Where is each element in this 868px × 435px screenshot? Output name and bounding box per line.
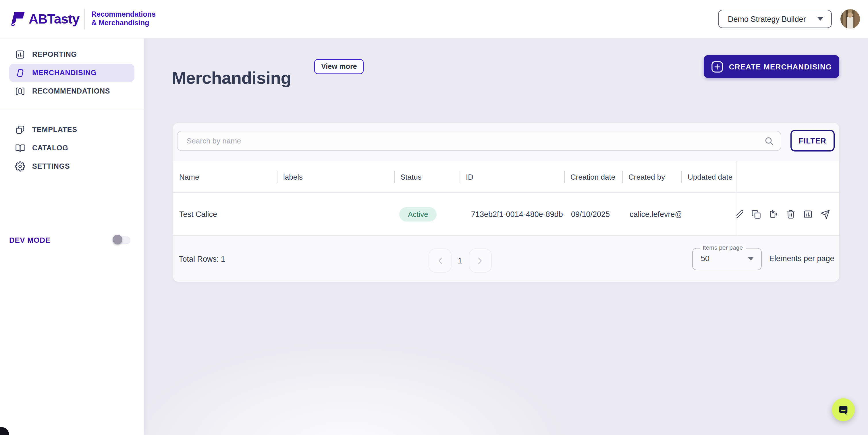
delete-icon[interactable]	[783, 207, 797, 221]
column-header-labels: labels	[277, 161, 394, 192]
items-per-page-label: Items per page	[700, 244, 746, 251]
logo-divider	[85, 9, 85, 29]
toggle-knob	[113, 235, 122, 244]
chevron-down-icon	[817, 17, 823, 21]
cell-id: 713eb2f1-0014-480e-89db-83	[460, 193, 564, 235]
user-avatar[interactable]	[840, 9, 860, 29]
dev-mode-row: DEV MODE	[0, 231, 144, 249]
sidebar-item-settings[interactable]: SETTINGS	[0, 157, 144, 176]
edit-icon[interactable]	[736, 207, 746, 221]
current-page-number: 1	[458, 256, 462, 265]
workspace-selector[interactable]: Demo Strategy Builder	[718, 10, 832, 28]
abtasty-logo: ABTasty Recommendations & Merchandising	[9, 9, 156, 29]
chevron-right-icon	[477, 257, 483, 264]
templates-icon	[15, 125, 25, 135]
sidebar-item-merchandising[interactable]: MERCHANDISING	[9, 64, 134, 82]
elements-per-page-label: Elements per page	[769, 254, 834, 263]
dev-mode-toggle[interactable]	[113, 236, 130, 244]
column-header-creation-date: Creation date	[564, 161, 622, 192]
cell-updated-date	[681, 193, 736, 235]
sidebar-item-catalog[interactable]: CATALOG	[0, 139, 144, 157]
status-badge: Active	[399, 207, 437, 221]
view-more-button[interactable]: View more	[314, 59, 364, 74]
report-icon[interactable]	[801, 207, 814, 221]
logo-wordmark: ABTasty	[29, 11, 79, 27]
column-header-id: ID	[460, 161, 564, 192]
settings-gear-icon	[15, 161, 25, 172]
chat-bubble-icon	[837, 403, 849, 416]
search-icon	[765, 137, 774, 146]
cell-labels	[277, 193, 394, 235]
dev-mode-label: DEV MODE	[9, 236, 51, 244]
sidebar-item-reporting[interactable]: REPORTING	[0, 45, 144, 64]
top-bar: ABTasty Recommendations & Merchandising …	[0, 0, 868, 38]
next-page-button[interactable]	[468, 248, 491, 273]
reporting-icon	[15, 49, 25, 60]
column-header-status: Status	[394, 161, 460, 192]
column-header-updated-date: Updated date	[681, 161, 736, 192]
send-icon[interactable]	[818, 207, 832, 221]
move-to-icon[interactable]	[766, 207, 780, 221]
pager: 1	[429, 248, 491, 273]
search-input[interactable]	[177, 131, 781, 151]
cell-creation-date: 09/10/2025	[564, 193, 622, 235]
chevron-left-icon	[437, 257, 443, 264]
product-name: Recommendations & Merchandising	[91, 10, 156, 28]
workspace-selector-value: Demo Strategy Builder	[728, 14, 806, 23]
main-content: Merchandising View more CREATE MERCHANDI…	[144, 38, 868, 435]
cell-name: Test Calice	[173, 193, 277, 235]
table: Name labels Status ID Creation date Crea…	[173, 161, 839, 236]
items-per-page-select[interactable]: Items per page 50	[692, 248, 762, 270]
cell-actions	[736, 193, 839, 235]
chat-launcher-button[interactable]	[832, 398, 855, 421]
table-header-row: Name labels Status ID Creation date Crea…	[173, 161, 839, 193]
items-per-page-value: 50	[701, 254, 709, 263]
cell-created-by: calice.lefevre@ab	[622, 193, 681, 235]
filter-button[interactable]: FILTER	[790, 130, 835, 152]
page-title: Merchandising	[172, 67, 291, 90]
table-row[interactable]: Test Calice Active 713eb2f1-0014-480e-89…	[173, 193, 839, 236]
recommendations-icon	[15, 86, 25, 96]
merchandising-table-card: FILTER Name labels Status ID Creation da…	[173, 123, 839, 282]
column-header-actions	[736, 161, 839, 192]
column-header-name: Name	[173, 161, 277, 192]
duplicate-icon[interactable]	[749, 207, 763, 221]
catalog-icon	[15, 143, 25, 153]
abtasty-flag-icon	[9, 11, 26, 27]
app-window: ABTasty Recommendations & Merchandising …	[0, 0, 868, 435]
sidebar-item-templates[interactable]: TEMPLATES	[0, 121, 144, 139]
plus-icon	[711, 61, 723, 73]
column-header-created-by: Created by	[622, 161, 681, 192]
merchandising-icon	[15, 68, 25, 78]
sidebar: REPORTING MERCHANDISING	[0, 38, 144, 435]
chevron-down-icon	[748, 257, 754, 261]
total-rows-label: Total Rows: 1	[179, 255, 225, 263]
cell-status: Active	[394, 193, 460, 235]
create-merchandising-button[interactable]: CREATE MERCHANDISING	[704, 55, 839, 78]
sidebar-item-recommendations[interactable]: RECOMMENDATIONS	[0, 82, 144, 100]
previous-page-button[interactable]	[429, 248, 452, 273]
table-footer: Total Rows: 1 1 Items per page 50 Elemen…	[173, 236, 839, 282]
